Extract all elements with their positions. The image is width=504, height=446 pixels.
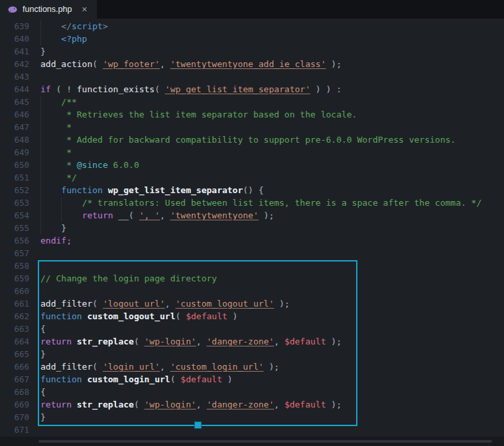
code-line[interactable]: 668{ <box>0 386 504 398</box>
line-number[interactable]: 665 <box>0 348 29 360</box>
code-line[interactable]: 650 * @since 6.0.0 <box>0 159 504 171</box>
line-number[interactable]: 657 <box>0 247 29 260</box>
code-content: // Change the login page directory <box>40 272 217 285</box>
code-token: ); <box>326 59 342 69</box>
code-token: ( <box>134 400 145 409</box>
line-number[interactable]: 646 <box>0 108 29 121</box>
code-token: > <box>103 21 108 31</box>
line-number[interactable]: 661 <box>0 297 29 310</box>
code-token: 'login_url' <box>103 362 160 372</box>
line-number[interactable]: 666 <box>0 360 29 373</box>
code-token: return <box>40 400 72 409</box>
code-line[interactable]: 658 <box>0 260 504 272</box>
line-number[interactable]: 640 <box>0 33 29 45</box>
line-number[interactable]: 656 <box>0 234 29 247</box>
code-token: $default <box>284 400 326 409</box>
code-token: str_replace <box>77 336 134 346</box>
indent-guide <box>40 159 61 171</box>
code-token: ) <box>222 374 233 384</box>
tab-functions-php[interactable]: functions.php × <box>0 0 97 19</box>
indent-guide <box>61 209 82 222</box>
line-number[interactable]: 655 <box>0 222 29 234</box>
line-number[interactable]: 647 <box>0 121 29 133</box>
code-content: function wp_get_list_item_separator() { <box>40 184 264 196</box>
code-content: } <box>40 45 46 58</box>
code-line[interactable]: 663{ <box>0 323 504 335</box>
line-number[interactable]: 648 <box>0 133 29 146</box>
code-token: , <box>160 210 170 220</box>
line-number[interactable]: 668 <box>0 386 29 398</box>
line-number[interactable]: 645 <box>0 96 29 108</box>
code-line[interactable]: 659// Change the login page directory <box>0 272 504 285</box>
code-line[interactable]: 664return str_replace( 'wp-login', 'dang… <box>0 335 504 348</box>
annotation-resize-handle[interactable] <box>194 421 202 429</box>
code-line[interactable]: 662function custom_logout_url( $default … <box>0 310 504 323</box>
code-token: ( <box>51 84 66 94</box>
code-line[interactable]: 648 * Added for backward compatibility t… <box>0 133 504 146</box>
line-number[interactable]: 670 <box>0 411 29 423</box>
code-token: , <box>274 336 284 346</box>
code-line[interactable]: 644if ( ! function_exists( 'wp_get_list_… <box>0 83 504 96</box>
line-number[interactable]: 660 <box>0 285 29 297</box>
code-line[interactable]: 666add_filter( 'login_url', 'custom_logi… <box>0 360 504 373</box>
code-line[interactable]: 641} <box>0 45 504 58</box>
code-line[interactable]: 656endif; <box>0 234 504 247</box>
line-number[interactable]: 669 <box>0 398 29 411</box>
code-token: ); <box>326 400 342 409</box>
line-number[interactable]: 653 <box>0 196 29 209</box>
code-token: ( <box>176 311 186 321</box>
code-token: ( <box>92 362 103 372</box>
horizontal-scrollbar[interactable] <box>38 440 492 443</box>
line-number[interactable]: 651 <box>0 171 29 184</box>
code-token: @since <box>77 160 108 170</box>
code-line[interactable]: 669return str_replace( 'wp-login', 'dang… <box>0 398 504 411</box>
code-line[interactable]: 655 } <box>0 222 504 234</box>
code-line[interactable]: 665} <box>0 348 504 360</box>
line-number[interactable]: 641 <box>0 45 29 58</box>
line-number[interactable]: 644 <box>0 83 29 96</box>
code-line[interactable]: 639 </script> <box>0 20 504 33</box>
code-content: return __( ', ', 'twentytwentyone' ); <box>40 209 274 222</box>
code-line[interactable]: 649 * <box>0 146 504 159</box>
line-number[interactable]: 659 <box>0 272 29 285</box>
code-line[interactable]: 671 <box>0 423 504 436</box>
code-content: * <box>40 121 72 133</box>
code-line[interactable]: 654 return __( ', ', 'twentytwentyone' )… <box>0 209 504 222</box>
line-number[interactable]: 658 <box>0 260 29 272</box>
code-line[interactable]: 646 * Retrieves the list item separator … <box>0 108 504 121</box>
code-line[interactable]: 645 /** <box>0 96 504 108</box>
line-number[interactable]: 654 <box>0 209 29 222</box>
code-content: function custom_logout_url( $default ) <box>40 310 237 323</box>
code-line[interactable]: 670} <box>0 411 504 423</box>
code-line[interactable]: 667function custom_login_url( $default ) <box>0 373 504 386</box>
code-line[interactable]: 657 <box>0 247 504 260</box>
close-icon[interactable]: × <box>79 4 90 15</box>
code-line[interactable]: 643 <box>0 70 504 83</box>
code-line[interactable]: 642add_action( 'wp_footer', 'twentytwent… <box>0 58 504 70</box>
code-line[interactable]: 647 * <box>0 121 504 133</box>
line-number[interactable]: 643 <box>0 70 29 83</box>
line-number[interactable]: 662 <box>0 310 29 323</box>
code-content: { <box>40 386 46 398</box>
line-number[interactable]: 671 <box>0 423 29 436</box>
line-number[interactable]: 652 <box>0 184 29 196</box>
line-number[interactable]: 642 <box>0 58 29 70</box>
line-number[interactable]: 639 <box>0 20 29 33</box>
line-number[interactable]: 667 <box>0 373 29 386</box>
code-line[interactable]: 653 /* translators: Used between list it… <box>0 196 504 209</box>
line-number[interactable]: 650 <box>0 159 29 171</box>
line-number[interactable]: 649 <box>0 146 29 159</box>
code-line[interactable]: 652 function wp_get_list_item_separator(… <box>0 184 504 196</box>
indent-guide <box>40 20 61 33</box>
code-token: add_filter <box>40 362 92 372</box>
line-number[interactable]: 664 <box>0 335 29 348</box>
code-line[interactable]: 660 <box>0 285 504 297</box>
line-number[interactable]: 663 <box>0 323 29 335</box>
code-line[interactable]: 640 <?php <box>0 33 504 45</box>
code-line[interactable]: 651 */ <box>0 171 504 184</box>
code-token: $default <box>284 336 326 346</box>
code-line[interactable]: 661add_filter( 'logout_url', 'custom_log… <box>0 297 504 310</box>
indent-guide <box>40 108 61 121</box>
code-token: 'danger-zone' <box>206 400 274 409</box>
code-content: add_action( 'wp_footer', 'twentytwentyon… <box>40 58 342 70</box>
